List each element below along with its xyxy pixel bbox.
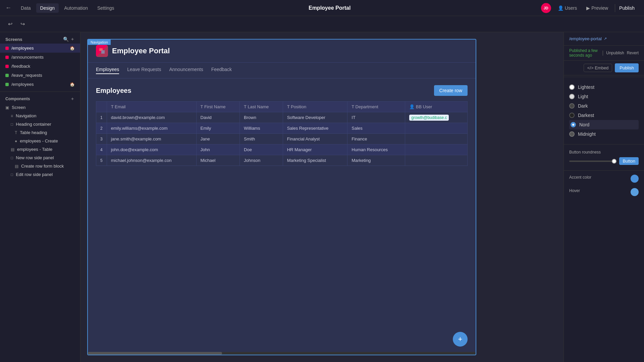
users-button[interactable]: 👤 Users xyxy=(555,4,580,12)
table-row[interactable]: 4 john.doe@example.com John Doe HR Manag… xyxy=(96,144,468,155)
nav-item-leave[interactable]: Leave Requests xyxy=(127,67,161,74)
employees-table: T Email T First Name T Last Name T Posit… xyxy=(96,101,468,166)
topbar-right: JD 👤 Users ▶ Preview Publish xyxy=(541,3,639,13)
screen-icon: ▣ xyxy=(5,105,9,110)
table-heading-icon: T xyxy=(15,130,17,135)
comp-heading-container[interactable]: □ Heading container xyxy=(0,120,80,128)
preview-icon: ▶ xyxy=(586,5,590,11)
redo-button[interactable]: ↪ xyxy=(18,19,28,28)
comp-new-row-side-panel[interactable]: □ New row side panel xyxy=(0,154,80,162)
screen-item-feedback[interactable]: /feedback xyxy=(0,62,80,71)
cell-bbuser xyxy=(405,134,468,144)
status-text: Published a few seconds ago xyxy=(569,48,599,58)
nav-item-employees[interactable]: Employees xyxy=(96,67,119,74)
col-email: T Email xyxy=(107,102,196,112)
nav-item-announcements[interactable]: Announcements xyxy=(169,67,203,74)
create-row-button[interactable]: Create row xyxy=(434,85,468,96)
table-row[interactable]: 2 emily.williams@example.com Emily Willi… xyxy=(96,123,468,134)
screen-dot xyxy=(5,47,9,50)
add-component-button[interactable]: ＋ xyxy=(70,96,75,102)
fab-button[interactable]: + xyxy=(453,332,468,347)
theme-darkest[interactable]: Darkest xyxy=(569,111,639,120)
theme-radio-nord xyxy=(571,122,576,127)
canvas-area: Navigation Employee Portal Employees Lea… xyxy=(80,32,564,362)
comp-table-heading[interactable]: T Table heading xyxy=(0,128,80,137)
comp-employees-create[interactable]: ● employees - Create xyxy=(0,137,80,145)
app-logo xyxy=(96,45,108,57)
divider xyxy=(0,92,80,92)
comp-label: employees - Create xyxy=(20,138,58,143)
roundness-slider[interactable] xyxy=(569,161,616,162)
tab-data[interactable]: Data xyxy=(17,3,35,13)
row-num: 2 xyxy=(96,123,107,134)
col-lastname: T Last Name xyxy=(240,102,283,112)
embed-button[interactable]: </> Embed xyxy=(584,64,612,72)
edit-panel-icon: □ xyxy=(11,172,13,177)
theme-radio-light xyxy=(569,94,575,99)
accent-color-label: Accent color xyxy=(569,175,591,180)
main-layout: Screens 🔍 ＋ /employees 🏠 /announcements … xyxy=(0,32,644,362)
cell-bbuser xyxy=(405,144,468,155)
cell-position: Sales Representative xyxy=(283,123,347,134)
accent-color-section: Accent color xyxy=(564,172,644,185)
table-row[interactable]: 5 michael.johnson@example.con Michael Jo… xyxy=(96,155,468,166)
nav-item-feedback[interactable]: Feedback xyxy=(211,67,232,74)
publish-button-top[interactable]: Publish xyxy=(615,4,639,12)
screen-dot xyxy=(5,83,9,86)
theme-dark[interactable]: Dark xyxy=(569,101,639,111)
add-screen-button[interactable]: ＋ xyxy=(70,36,75,42)
comp-create-row-form[interactable]: ▤ Create row form block xyxy=(0,162,80,170)
undo-button[interactable]: ↩ xyxy=(5,19,15,28)
comp-label: Screen xyxy=(12,105,25,110)
theme-label-nord: Nord xyxy=(579,122,589,127)
cell-last: Johnson xyxy=(240,155,283,166)
cell-last: Smith xyxy=(240,134,283,144)
url-link[interactable]: /employee-portal xyxy=(569,36,602,41)
screen-item-leave-requests[interactable]: /leave_requests xyxy=(0,71,80,80)
cell-bbuser xyxy=(405,155,468,166)
content-title: Employees xyxy=(96,87,131,95)
right-panel: /employee-portal ↗ Published a few secon… xyxy=(564,32,644,362)
cell-first: Jane xyxy=(196,134,240,144)
screen-item-employees-2[interactable]: /employees 🏠 xyxy=(0,80,80,89)
screen-item-employees-1[interactable]: /employees 🏠 xyxy=(0,44,80,53)
table-row[interactable]: 3 jane.smith@example.com Jane Smith Fina… xyxy=(96,134,468,144)
comp-label: Create row form block xyxy=(21,164,64,169)
screens-header-icons: 🔍 ＋ xyxy=(63,36,75,42)
unpublish-link[interactable]: Unpublish xyxy=(606,51,624,55)
tab-settings[interactable]: Settings xyxy=(93,3,118,13)
panel-embed: </> Embed Publish xyxy=(564,61,644,75)
comp-employees-table[interactable]: ▤ employees - Table xyxy=(0,145,80,154)
cell-first: John xyxy=(196,144,240,155)
comp-screen[interactable]: ▣ Screen xyxy=(0,103,80,112)
comp-navigation[interactable]: ≡ Navigation xyxy=(0,112,80,120)
revert-link[interactable]: Revert xyxy=(627,51,639,55)
screen-item-announcements[interactable]: /announcements xyxy=(0,53,80,62)
hover-color-picker[interactable] xyxy=(631,188,639,196)
search-screens-button[interactable]: 🔍 xyxy=(63,36,69,42)
scrollbar-area[interactable] xyxy=(88,352,476,355)
back-button[interactable]: ← xyxy=(5,4,11,11)
scrollbar-thumb xyxy=(88,352,222,355)
theme-midnight[interactable]: Midnight xyxy=(569,129,639,139)
cell-bbuser xyxy=(405,123,468,134)
accent-color-picker[interactable] xyxy=(631,175,639,183)
cell-dept: Sales xyxy=(347,123,405,134)
sidebar: Screens 🔍 ＋ /employees 🏠 /announcements … xyxy=(0,32,80,362)
theme-light[interactable]: Light xyxy=(569,92,639,101)
home-icon-2: 🏠 xyxy=(70,82,75,87)
theme-lightest[interactable]: Lightest xyxy=(569,82,639,92)
comp-edit-row-side-panel[interactable]: □ Edit row side panel xyxy=(0,170,80,179)
external-link-icon[interactable]: ↗ xyxy=(604,37,607,41)
roundness-row: Button xyxy=(569,157,639,165)
form-block-icon: ▤ xyxy=(15,164,18,169)
table-row[interactable]: 1 david.brown@example.com David Brown So… xyxy=(96,112,468,123)
tab-design[interactable]: Design xyxy=(36,3,59,13)
preview-button[interactable]: ▶ Preview xyxy=(584,4,611,12)
preview-button-widget: Button xyxy=(619,157,639,165)
cell-position: Financial Analyst xyxy=(283,134,347,144)
tab-automation[interactable]: Automation xyxy=(60,3,92,13)
theme-nord[interactable]: Nord xyxy=(569,120,639,129)
publish-button-panel[interactable]: Publish xyxy=(615,63,639,72)
theme-label-dark: Dark xyxy=(578,103,588,109)
